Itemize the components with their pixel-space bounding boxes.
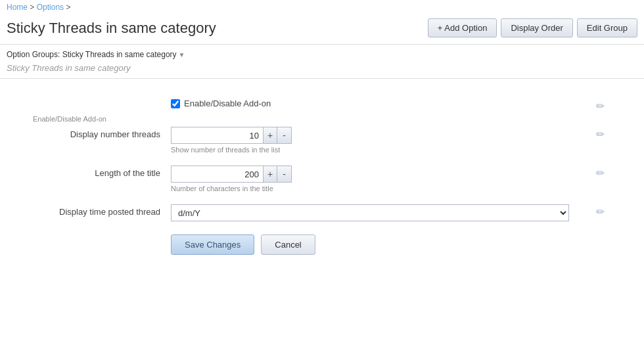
header-buttons: + Add Option Display Order Edit Group — [428, 18, 637, 37]
form-section: Enable/Disable Add-on Enable/Disable Add… — [13, 99, 631, 255]
length-of-title-plus-button[interactable]: + — [263, 166, 277, 183]
display-number-threads-input-group: + - — [171, 127, 605, 144]
display-number-threads-plus-button[interactable]: + — [263, 127, 277, 144]
display-number-threads-edit-icon[interactable]: ✏ — [596, 128, 605, 141]
display-number-threads-hint: Show number of threads in the list — [171, 146, 605, 154]
length-of-title-label: Length of the title — [20, 166, 171, 178]
length-of-title-hint: Number of characters in the title — [171, 185, 605, 192]
length-of-title-input[interactable] — [171, 166, 263, 183]
length-of-title-content: + - Number of characters in the title — [171, 166, 605, 192]
add-option-button[interactable]: + Add Option — [428, 18, 497, 37]
separator — [0, 78, 644, 79]
length-of-title-minus-button[interactable]: - — [277, 166, 292, 183]
header-row: Sticky Threads in same category + Add Op… — [0, 14, 644, 45]
enable-disable-label[interactable]: Enable/Disable Add-on — [171, 99, 271, 108]
option-group-current: Sticky Threads in same category — [62, 50, 177, 59]
display-time-row: Display time posted thread d/m/Y m/d/Y Y… — [20, 204, 605, 221]
display-number-threads-content: + - Show number of threads in the list — [171, 127, 605, 154]
display-number-threads-minus-button[interactable]: - — [277, 127, 292, 144]
display-number-threads-input[interactable] — [171, 127, 263, 144]
option-groups-label: Option Groups: — [7, 50, 60, 59]
page-title: Sticky Threads in same category — [7, 20, 216, 37]
subtitle: Sticky Threads in same category — [0, 62, 644, 78]
edit-group-button[interactable]: Edit Group — [577, 18, 637, 37]
content-area: Enable/Disable Add-on Enable/Disable Add… — [0, 92, 644, 261]
cancel-button[interactable]: Cancel — [261, 234, 315, 255]
enable-disable-edit-icon[interactable]: ✏ — [596, 100, 605, 112]
breadcrumb-options-link[interactable]: Options — [37, 3, 64, 12]
enable-disable-row: Enable/Disable Add-on Enable/Disable Add… — [20, 99, 605, 108]
breadcrumb-home-link[interactable]: Home — [7, 3, 28, 12]
length-of-title-input-group: + - — [171, 166, 605, 183]
enable-disable-checkbox[interactable] — [171, 99, 180, 108]
enable-disable-hint: Enable/Disable Add-on — [33, 115, 106, 123]
enable-disable-text: Enable/Disable Add-on — [184, 99, 271, 108]
display-number-threads-label: Display number threads — [20, 127, 171, 139]
length-of-title-row: Length of the title + - Number of charac… — [20, 166, 605, 192]
save-changes-button[interactable]: Save Changes — [171, 234, 254, 255]
option-groups-bar: Option Groups: Sticky Threads in same ca… — [0, 45, 644, 62]
display-time-edit-icon[interactable]: ✏ — [596, 206, 605, 218]
action-buttons: Save Changes Cancel — [20, 234, 605, 255]
length-of-title-edit-icon[interactable]: ✏ — [596, 167, 605, 179]
breadcrumb: Home > Options > — [0, 0, 644, 14]
display-time-select[interactable]: d/m/Y m/d/Y Y/m/d d-m-Y m-d-Y — [171, 204, 569, 221]
display-time-label: Display time posted thread — [20, 204, 171, 217]
display-time-content: d/m/Y m/d/Y Y/m/d d-m-Y m-d-Y — [171, 204, 605, 221]
display-order-button[interactable]: Display Order — [501, 18, 572, 37]
display-number-threads-row: Display number threads + - Show number o… — [20, 127, 605, 154]
option-group-selector[interactable]: Sticky Threads in same category ▼ — [62, 50, 185, 59]
option-group-arrow-icon: ▼ — [179, 51, 185, 58]
